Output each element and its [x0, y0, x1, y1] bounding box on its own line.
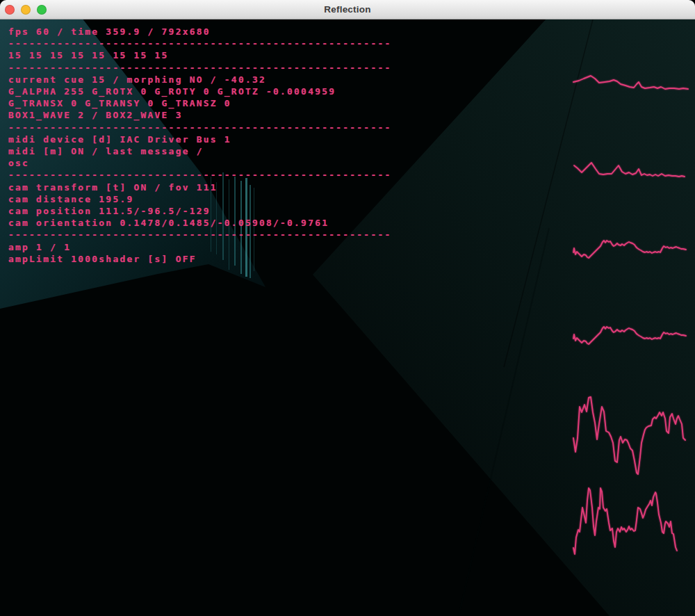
- window-controls: [5, 5, 47, 15]
- hud-text-line: midi [m] ON / last message /: [8, 145, 391, 157]
- hud-text-line: cam transform [t] ON / fov 111: [8, 181, 391, 193]
- window-title: Reflection: [0, 4, 695, 15]
- hud-separator: ----------------------------------------…: [8, 122, 391, 133]
- hud-separator: ----------------------------------------…: [8, 169, 391, 181]
- titlebar[interactable]: Reflection: [0, 0, 695, 19]
- hud-text-line: fps 60 / time 359.9 / 792x680: [8, 26, 391, 38]
- hud-text-line: current cue 15 / morphing NO / -40.32: [8, 74, 391, 86]
- hud-separator: ----------------------------------------…: [8, 38, 391, 49]
- hud-text-line: BOX1_WAVE 2 / BOX2_WAVE 3: [8, 109, 391, 121]
- hud-text-line: cam orientation 0.1478/0.1485/-0.05908/-…: [8, 217, 391, 229]
- minimize-button[interactable]: [21, 5, 31, 15]
- gl-viewport[interactable]: fps 60 / time 359.9 / 792x680-----------…: [0, 19, 695, 616]
- hud-separator: ----------------------------------------…: [8, 229, 391, 241]
- app-window: Reflection: [0, 0, 695, 616]
- hud-text-line: cam position 111.5/-96.5/-129: [8, 205, 391, 217]
- zoom-button[interactable]: [37, 5, 47, 15]
- hud-text-line: G_TRANSX 0 G_TRANSY 0 G_TRANSZ 0: [8, 97, 391, 109]
- hud-text-line: amp 1 / 1: [8, 241, 391, 253]
- debug-hud: fps 60 / time 359.9 / 792x680-----------…: [8, 26, 391, 265]
- close-button[interactable]: [5, 5, 15, 15]
- hud-text-line: midi device [d] IAC Driver Bus 1: [8, 133, 391, 145]
- hud-text-line: 15 15 15 15 15 15 15 15: [8, 49, 391, 61]
- hud-text-line: G_ALPHA 255 G_ROTX 0 G_ROTY 0 G_ROTZ -0.…: [8, 86, 391, 97]
- hud-separator: ----------------------------------------…: [8, 62, 391, 74]
- hud-text-line: osc: [8, 157, 391, 169]
- hud-text-line: cam distance 195.9: [8, 193, 391, 205]
- hud-text-line: ampLimit 1000shader [s] OFF: [8, 253, 391, 265]
